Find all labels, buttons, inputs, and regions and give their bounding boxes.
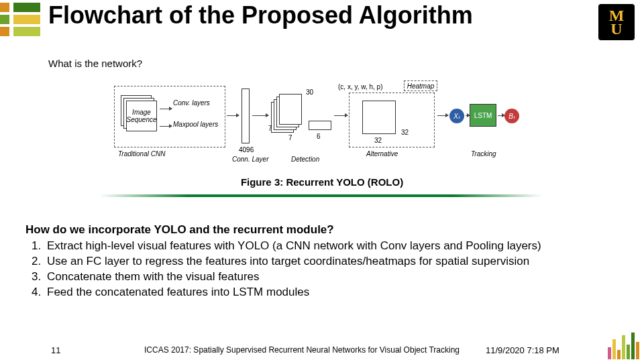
footer: 11 ICCAS 2017: Spatially Supervised Recu… <box>0 345 644 355</box>
page-title: Flowchart of the Proposed Algorithm <box>48 1 473 29</box>
trad-cnn-label: Traditional CNN <box>118 150 165 158</box>
n4096-label: 4096 <box>239 146 254 154</box>
list-item: Extract high-level visual features with … <box>44 239 541 254</box>
conv-label: Conv. layers <box>173 99 210 107</box>
divider-rule-icon <box>99 194 542 197</box>
steps-list: Extract high-level visual features with … <box>25 239 541 300</box>
n30-label: 30 <box>306 88 313 96</box>
fc-layer-box <box>241 88 250 143</box>
page-number: 11 <box>51 345 118 355</box>
n7a-label: 7 <box>268 125 272 132</box>
list-item: Concatenate them with the visual feature… <box>44 269 541 285</box>
bt-node: Bₜ <box>504 109 519 123</box>
tracking-label: Tracking <box>471 150 496 158</box>
image-sequence-box: Image Sequence <box>126 101 157 131</box>
conn-layer-label: Conn. Layer <box>232 156 268 163</box>
footer-center: ICCAS 2017: Spatially Supervised Recurre… <box>118 345 486 355</box>
footer-stripes-icon <box>608 330 641 359</box>
brand-stripes-icon <box>0 3 40 40</box>
university-logo-icon: MU <box>598 4 635 40</box>
maxpool-label: Maxpool layers <box>173 121 218 128</box>
sub-question: What is the network? <box>48 58 142 69</box>
n7b-label: 7 <box>288 134 292 141</box>
n32b-label: 32 <box>374 137 382 144</box>
list-item: Use an FC layer to regress the features … <box>44 254 541 269</box>
n6-label: 6 <box>317 133 321 140</box>
figure-caption: Figure 3: Recurrent YOLO (ROLO) <box>0 176 644 188</box>
architecture-diagram: Image Sequence Traditional CNN Conv. lay… <box>114 82 530 169</box>
heatmap-label: Heatmap <box>404 80 437 91</box>
section-question: How do we incorporate YOLO and the recur… <box>25 223 334 237</box>
tuple-label: (c, x, y, w, h, p) <box>338 83 383 90</box>
lstm-box: LSTM <box>470 104 496 127</box>
n32a-label: 32 <box>401 129 409 136</box>
alternative-label: Alternative <box>366 150 398 158</box>
list-item: Feed the concatenated features into LSTM… <box>44 285 541 300</box>
detection-label: Detection <box>291 156 319 163</box>
xt-node: Xₜ <box>449 109 464 123</box>
